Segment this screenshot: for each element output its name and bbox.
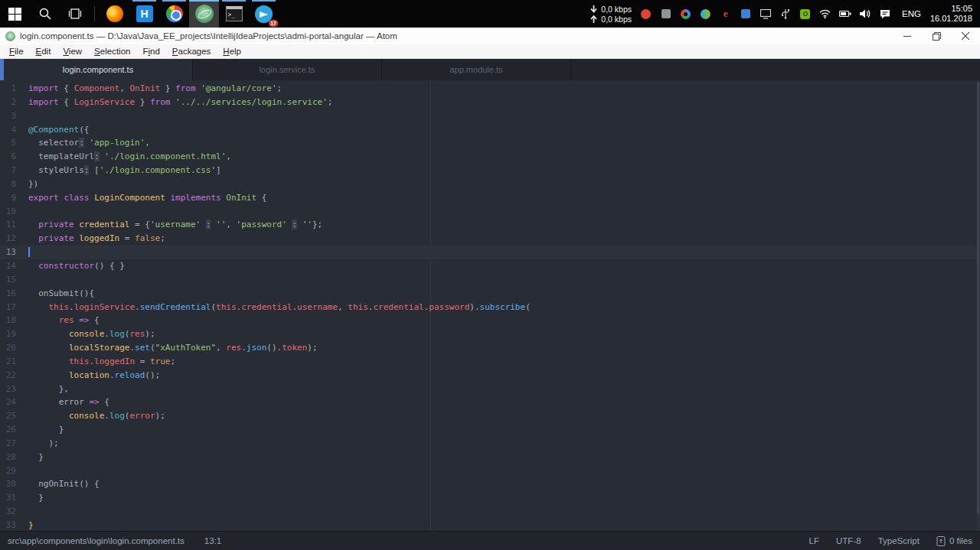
messenger-tray-icon[interactable] bbox=[639, 8, 652, 21]
git-files-indicator[interactable]: 0 files bbox=[936, 536, 972, 546]
line-number: 17 bbox=[0, 301, 16, 314]
code-line-24[interactable]: 24 error => { bbox=[0, 395, 980, 409]
code-line-11[interactable]: 11 private credential = {'username' : ''… bbox=[0, 218, 980, 232]
grid-tray-icon[interactable] bbox=[659, 8, 672, 21]
grammar-indicator[interactable]: TypeScript bbox=[878, 536, 920, 545]
code-line-1[interactable]: 1import { Component, OnInit } from '@ang… bbox=[0, 82, 980, 96]
minimize-button[interactable] bbox=[893, 28, 922, 44]
code-line-29[interactable]: 29 bbox=[0, 464, 980, 478]
code-line-3[interactable]: 3 bbox=[0, 109, 980, 123]
atom-taskbar-icon[interactable] bbox=[189, 0, 219, 28]
restore-button[interactable] bbox=[922, 28, 951, 44]
code-line-25[interactable]: 25 console.log(error); bbox=[0, 409, 980, 423]
taskbar-clock[interactable]: 15:05 16.01.2018 bbox=[930, 4, 972, 24]
power-tray-icon[interactable] bbox=[838, 8, 851, 21]
menu-help[interactable]: Help bbox=[217, 47, 247, 56]
code-line-16[interactable]: 16 onSubmit(){ bbox=[0, 287, 980, 301]
line-number: 1 bbox=[0, 82, 16, 96]
line-number: 32 bbox=[0, 505, 16, 519]
display-tray-icon[interactable] bbox=[759, 8, 772, 21]
h-app-taskbar-icon[interactable]: H bbox=[129, 0, 159, 28]
menu-view[interactable]: View bbox=[57, 47, 88, 56]
line-number: 33 bbox=[0, 519, 16, 531]
download-speed: 0,0 kbps bbox=[601, 5, 632, 14]
line-number: 28 bbox=[0, 451, 16, 464]
notification-badge: 17 bbox=[269, 20, 278, 27]
antivirus-tray-icon[interactable] bbox=[679, 8, 692, 21]
code-line-20[interactable]: 20 localStorage.set("xAuthToken", res.js… bbox=[0, 341, 980, 355]
code-line-28[interactable]: 28 } bbox=[0, 451, 980, 464]
nvidia-tray-icon[interactable] bbox=[799, 8, 812, 21]
search-button[interactable] bbox=[30, 0, 60, 28]
code-line-4[interactable]: 4@Component({ bbox=[0, 123, 980, 137]
line-number: 23 bbox=[0, 382, 16, 396]
close-button[interactable] bbox=[951, 28, 980, 44]
code-line-5[interactable]: 5 selector: 'app-login', bbox=[0, 136, 980, 150]
tab-app-module-ts[interactable]: app.module.ts bbox=[382, 59, 571, 80]
menu-selection[interactable]: Selection bbox=[88, 47, 136, 56]
tab-login-component-ts[interactable]: login.component.ts bbox=[4, 59, 193, 80]
code-editor[interactable]: 1import { Component, OnInit } from '@ang… bbox=[0, 80, 980, 531]
code-line-30[interactable]: 30 ngOnInit() { bbox=[0, 477, 980, 491]
tab-login-service-ts[interactable]: login.service.ts bbox=[193, 59, 382, 80]
code-line-8[interactable]: 8}) bbox=[0, 177, 980, 191]
notifications-tray-icon[interactable] bbox=[878, 8, 891, 21]
encoding-indicator[interactable]: UTF-8 bbox=[836, 536, 861, 545]
code-line-18[interactable]: 18 res => { bbox=[0, 314, 980, 327]
code-line-17[interactable]: 17 this.loginService.sendCredential(this… bbox=[0, 301, 980, 314]
editor-scrollbar[interactable] bbox=[977, 80, 980, 531]
chrome-taskbar-icon[interactable] bbox=[159, 0, 189, 28]
code-line-27[interactable]: 27 ); bbox=[0, 437, 980, 451]
menu-packages[interactable]: Packages bbox=[166, 47, 217, 56]
browser-alert-tray-icon[interactable]: e bbox=[719, 8, 732, 21]
menu-edit[interactable]: Edit bbox=[30, 47, 57, 56]
clock-time: 15:05 bbox=[930, 4, 972, 14]
atom-logo-icon bbox=[5, 31, 15, 41]
windows-app-tray-icon[interactable] bbox=[739, 8, 752, 21]
code-line-22[interactable]: 22 location.reload(); bbox=[0, 369, 980, 382]
close-icon bbox=[962, 32, 969, 40]
code-line-9[interactable]: 9export class LoginComponent implements … bbox=[0, 191, 980, 205]
line-ending-indicator[interactable]: LF bbox=[809, 536, 819, 545]
firefox-taskbar-icon[interactable] bbox=[100, 0, 129, 28]
scrollbar-thumb[interactable] bbox=[977, 82, 979, 514]
minimize-icon bbox=[903, 32, 911, 40]
code-line-12[interactable]: 12 private loggedIn = false; bbox=[0, 232, 980, 246]
menu-find[interactable]: Find bbox=[136, 47, 165, 56]
wifi-tray-icon[interactable] bbox=[818, 8, 831, 21]
menu-file[interactable]: File bbox=[3, 47, 30, 56]
start-button[interactable] bbox=[0, 0, 30, 28]
file-path[interactable]: src\app\components\login\login.component… bbox=[8, 536, 185, 545]
language-indicator[interactable]: ENG bbox=[902, 9, 921, 18]
telegram-taskbar-icon[interactable]: 17 bbox=[249, 0, 279, 28]
code-line-33[interactable]: 33} bbox=[0, 519, 980, 531]
idm-tray-icon[interactable] bbox=[699, 8, 712, 21]
code-line-6[interactable]: 6 templateUrl: './login.component.html', bbox=[0, 150, 980, 164]
line-number: 19 bbox=[0, 327, 16, 341]
code-line-14[interactable]: 14 constructor() { } bbox=[0, 259, 980, 273]
code-line-13[interactable]: 13 bbox=[0, 246, 980, 259]
code-line-23[interactable]: 23 }, bbox=[0, 382, 980, 396]
code-rows: 1import { Component, OnInit } from '@ang… bbox=[0, 80, 980, 531]
menu-bar: FileEditViewSelectionFindPackagesHelp bbox=[0, 44, 980, 59]
code-line-2[interactable]: 2import { LoginService } from '../../ser… bbox=[0, 96, 980, 109]
line-number: 14 bbox=[0, 259, 16, 273]
cursor-position[interactable]: 13:1 bbox=[204, 536, 221, 545]
network-speed-indicator[interactable]: 0,0 kbps 0,0 kbps bbox=[590, 5, 632, 24]
code-line-31[interactable]: 31 } bbox=[0, 491, 980, 505]
volume-tray-icon[interactable] bbox=[858, 8, 871, 21]
line-number: 16 bbox=[0, 287, 16, 301]
running-indicator bbox=[189, 0, 219, 2]
usb-tray-icon[interactable] bbox=[779, 8, 792, 21]
code-line-7[interactable]: 7 styleUrls: ['./login.component.css'] bbox=[0, 164, 980, 177]
code-line-10[interactable]: 10 bbox=[0, 205, 980, 219]
code-line-19[interactable]: 19 console.log(res); bbox=[0, 327, 980, 341]
window-title: login.component.ts — D:\Java\Java_EE_pro… bbox=[20, 31, 397, 41]
code-line-21[interactable]: 21 this.loggedIn = true; bbox=[0, 355, 980, 369]
code-line-15[interactable]: 15 bbox=[0, 273, 980, 287]
code-line-32[interactable]: 32 bbox=[0, 505, 980, 519]
code-line-26[interactable]: 26 } bbox=[0, 423, 980, 437]
terminal-taskbar-icon[interactable]: >_ bbox=[219, 0, 249, 28]
running-indicator bbox=[162, 0, 186, 2]
task-view-button[interactable] bbox=[60, 0, 90, 28]
